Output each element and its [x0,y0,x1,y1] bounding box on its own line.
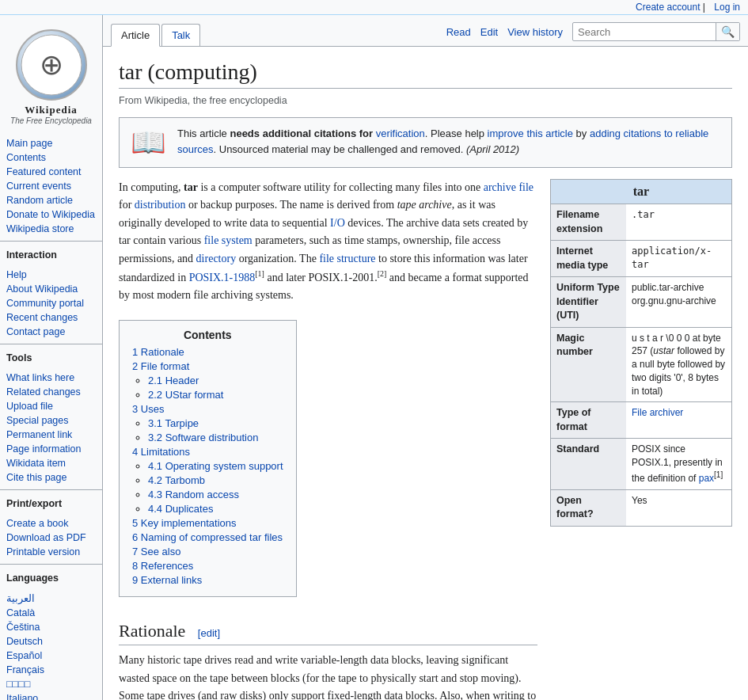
search-button[interactable]: 🔍 [716,23,739,40]
sidebar-item-create-book[interactable]: Create a book [0,516,102,531]
tab-article[interactable]: Article [111,24,160,47]
sidebar-item-lang-fr[interactable]: Français [0,663,102,677]
sidebar-item-wikidata[interactable]: Wikidata item [0,456,102,470]
sidebar-item-store[interactable]: Wikipedia store [0,222,102,236]
intro-paragraph: In computing, tar is a computer software… [119,179,537,304]
archive-file-link[interactable]: archive file [484,181,533,193]
sidebar-item-lang-cs[interactable]: Čeština [0,620,102,634]
svg-text:⊕: ⊕ [40,48,63,81]
infobox-value-standard: POSIX since POSIX.1, presently in the de… [626,439,731,489]
filesystem-link[interactable]: file system [204,234,252,246]
contents-link-4-1[interactable]: 4.1 Operating system support [148,460,283,472]
infobox-value-uti: public.tar-archive org.gnu.gnu-archive [626,277,731,327]
contents-link-4-2[interactable]: 4.2 Tarbomb [148,474,205,486]
infobox: tar Filename extension .tar Internet med… [550,179,732,527]
tools-section: What links here Related changes Upload f… [0,371,102,485]
sidebar-item-current-events[interactable]: Current events [0,179,102,193]
contents-link-2[interactable]: 2 File format [132,360,189,372]
sidebar-item-related-changes[interactable]: Related changes [0,385,102,399]
contents-link-3-1[interactable]: 3.1 Tarpipe [148,417,199,429]
infobox-row-uti: Uniform Type Identifier (UTI) public.tar… [551,276,731,327]
contents-item-2: 2 File format 2.1 Header 2.2 UStar forma… [132,360,283,401]
sidebar-item-featured[interactable]: Featured content [0,165,102,179]
contents-item-6: 6 Naming of compressed tar files [132,531,283,543]
notice-bold: needs additional citations for [230,127,373,139]
tab-view-history[interactable]: View history [507,26,563,38]
sidebar-item-random[interactable]: Random article [0,193,102,207]
notice-box: 📖 This article needs additional citation… [119,117,732,168]
sidebar-item-pdf[interactable]: Download as PDF [0,531,102,545]
sidebar-item-special[interactable]: Special pages [0,413,102,428]
file-structure-link[interactable]: file structure [319,253,375,264]
sidebar-item-printable[interactable]: Printable version [0,545,102,559]
sidebar-item-donate[interactable]: Donate to Wikipedia [0,207,102,222]
contents-sub-2: 2.1 Header 2.2 UStar format [132,375,283,401]
distribution-link[interactable]: distribution [135,199,186,211]
sidebar-item-lang-ca[interactable]: Català [0,606,102,620]
file-archiver-link[interactable]: File archiver [632,407,683,418]
contents-link-7[interactable]: 7 See also [132,546,180,557]
contents-link-3[interactable]: 3 Uses [132,403,164,415]
contents-item-3: 3 Uses 3.1 Tarpipe 3.2 Software distribu… [132,403,283,443]
sidebar-item-main-page[interactable]: Main page [0,136,102,150]
contents-link-3-2[interactable]: 3.2 Software distribution [148,432,258,443]
infobox-value-media: application/x-tar [626,241,731,276]
sidebar: ⊕ Wikipedia The Free Encyclopedia Main p… [0,15,103,700]
page-subtitle: From Wikipedia, the free encyclopedia [119,95,732,106]
tools-heading: Tools [0,349,102,364]
contents-link-9[interactable]: 9 External links [132,574,202,586]
contents-item-4-3: 4.3 Random access [148,489,283,500]
contents-link-2-2[interactable]: 2.2 UStar format [148,389,223,401]
sidebar-item-upload[interactable]: Upload file [0,399,102,413]
tab-talk[interactable]: Talk [161,24,200,46]
sidebar-item-lang-es[interactable]: Español [0,649,102,663]
contents-link-4-4[interactable]: 4.4 Duplicates [148,503,213,515]
contents-link-5[interactable]: 5 Key implementations [132,517,237,529]
sidebar-item-contact[interactable]: Contact page [0,325,102,339]
sidebar-item-page-info[interactable]: Page information [0,442,102,456]
contents-link-8[interactable]: 8 References [132,560,193,572]
sidebar-item-lang-ar[interactable]: العربية [0,591,102,606]
sidebar-item-what-links[interactable]: What links here [0,371,102,385]
contents-link-2-1[interactable]: 2.1 Header [148,375,199,386]
infobox-title: tar [551,180,731,204]
tab-edit[interactable]: Edit [480,26,498,38]
log-in-link[interactable]: Log in [714,2,740,13]
contents-link-1[interactable]: 1 Rationale [132,346,184,358]
sidebar-item-lang-xx[interactable]: □□□□ [0,677,102,691]
infobox-label-standard: Standard [551,439,626,489]
sidebar-item-community[interactable]: Community portal [0,296,102,310]
create-account-link[interactable]: Create account [636,2,700,13]
sidebar-item-recent[interactable]: Recent changes [0,310,102,325]
contents-item-8: 8 References [132,560,283,572]
contents-title: Contents [132,329,283,341]
contents-item-3-1: 3.1 Tarpipe [148,417,283,429]
pax-link[interactable]: pax [699,473,714,484]
io-link[interactable]: I/O [330,217,345,229]
sidebar-item-lang-it[interactable]: Italiano [0,691,102,700]
infobox-label-type: Type of format [551,402,626,438]
search-input[interactable] [573,24,716,40]
verification-link[interactable]: verification [376,127,425,139]
sidebar-item-permanent[interactable]: Permanent link [0,428,102,442]
tab-read[interactable]: Read [446,26,471,38]
contents-link-6[interactable]: 6 Naming of compressed tar files [132,531,283,543]
contents-link-4-3[interactable]: 4.3 Random access [148,489,239,500]
sidebar-item-cite[interactable]: Cite this page [0,470,102,485]
sidebar-item-lang-de[interactable]: Deutsch [0,634,102,649]
rationale-edit-link[interactable]: [edit] [198,627,220,639]
improve-link[interactable]: improve this article [488,127,573,139]
notice-date: (April 2012) [466,143,519,155]
contents-link-4[interactable]: 4 Limitations [132,446,190,458]
directory-link[interactable]: directory [196,253,237,264]
posix-link[interactable]: POSIX.1-1988 [189,272,256,283]
sidebar-item-contents[interactable]: Contents [0,150,102,165]
sidebar-item-help[interactable]: Help [0,268,102,282]
contents-list: 1 Rationale 2 File format 2.1 Header 2.2… [132,346,283,586]
rationale-text: Many historic tape drives read and write… [119,652,537,700]
contents-item-9: 9 External links [132,574,283,586]
infobox-label-ext: Filename extension [551,204,626,240]
notice-icon: 📖 [131,126,166,159]
contents-item-1: 1 Rationale [132,346,283,358]
sidebar-item-about[interactable]: About Wikipedia [0,282,102,296]
